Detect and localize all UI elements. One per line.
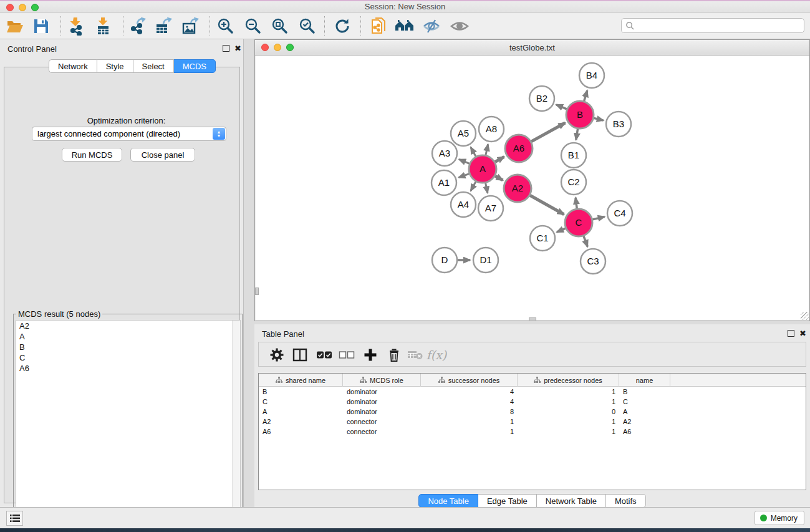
graph-node-A[interactable]: A: [469, 155, 496, 183]
close-panel-button[interactable]: Close panel: [130, 148, 195, 162]
table-row[interactable]: A6connector11A6: [259, 427, 806, 437]
table-row[interactable]: Cdominator41C: [259, 397, 806, 407]
edge-A-A5[interactable]: [471, 147, 476, 157]
delete-table-icon[interactable]: [405, 344, 426, 365]
mcds-result-item[interactable]: A: [16, 331, 240, 342]
table-row[interactable]: Adominator80A: [259, 407, 806, 417]
save-session-icon[interactable]: [30, 16, 52, 36]
graph-node-B1[interactable]: B1: [561, 143, 586, 168]
column-header-name[interactable]: name: [619, 374, 670, 387]
table-tab-edge-table[interactable]: Edge Table: [478, 494, 537, 508]
network-window-titlebar[interactable]: testGlobe.txt: [255, 40, 809, 56]
refresh-icon[interactable]: [331, 16, 354, 36]
delete-icon[interactable]: [383, 344, 405, 365]
gear-icon[interactable]: [266, 344, 287, 365]
mcds-result-item[interactable]: C: [16, 352, 240, 363]
column-header-predecessor-nodes[interactable]: predecessor nodes: [518, 374, 619, 387]
columns-icon[interactable]: [289, 344, 311, 365]
show-eye-icon[interactable]: [448, 16, 471, 36]
edge-A-A7[interactable]: [486, 183, 488, 193]
graph-node-A1[interactable]: A1: [432, 170, 456, 195]
export-table-icon[interactable]: [153, 16, 175, 36]
zoom-selected-icon[interactable]: [296, 16, 319, 36]
graph-node-A5[interactable]: A5: [451, 121, 476, 146]
zoom-out-icon[interactable]: [242, 16, 264, 36]
vertical-scrollbar-handle[interactable]: [255, 288, 259, 295]
zoom-in-icon[interactable]: [215, 16, 237, 36]
table-row[interactable]: Bdominator41B: [259, 387, 806, 397]
edge-B-B4[interactable]: [584, 90, 587, 101]
column-header-successor-nodes[interactable]: successor nodes: [421, 374, 518, 387]
graph-node-B4[interactable]: B4: [579, 63, 604, 88]
resize-grip[interactable]: [801, 312, 809, 320]
graph-node-C2[interactable]: C2: [561, 170, 586, 195]
graph-node-C4[interactable]: C4: [607, 201, 632, 226]
edge-C-C4[interactable]: [592, 217, 604, 220]
tab-select[interactable]: Select: [133, 59, 174, 73]
graph-node-A3[interactable]: A3: [432, 141, 457, 166]
network-document-icon[interactable]: [367, 16, 390, 36]
edge-C-C3[interactable]: [584, 236, 587, 247]
zoom-fit-icon[interactable]: [269, 16, 291, 36]
edge-A-A2[interactable]: [495, 176, 503, 180]
edge-A6-B[interactable]: [531, 123, 565, 142]
graph-node-D[interactable]: D: [432, 248, 457, 273]
search-input[interactable]: [634, 19, 804, 32]
edge-B-B2[interactable]: [556, 105, 567, 109]
table-tab-node-table[interactable]: Node Table: [418, 494, 478, 508]
graph-node-A6[interactable]: A6: [505, 135, 533, 162]
tab-network[interactable]: Network: [49, 59, 97, 73]
edge-A-A6[interactable]: [495, 157, 504, 162]
scrollbar-track[interactable]: [232, 321, 240, 525]
mcds-result-item[interactable]: A2: [16, 321, 240, 331]
graph-node-A8[interactable]: A8: [479, 117, 504, 142]
memory-button[interactable]: Memory: [755, 511, 804, 525]
task-history-icon[interactable]: [6, 511, 23, 526]
edge-A-A1[interactable]: [459, 174, 470, 178]
mcds-result-item[interactable]: A6: [16, 363, 240, 374]
deselect-checkbox-icon[interactable]: [336, 344, 357, 365]
graph-node-C3[interactable]: C3: [581, 249, 605, 274]
tab-style[interactable]: Style: [97, 59, 133, 73]
graph-node-B[interactable]: B: [566, 101, 594, 128]
table-tab-network-table[interactable]: Network Table: [537, 494, 606, 508]
graph-node-A4[interactable]: A4: [451, 192, 476, 217]
table-row[interactable]: A2connector11A2: [259, 417, 806, 427]
graph-node-B2[interactable]: B2: [529, 86, 554, 111]
optimization-criterion-select[interactable]: largest connected component (directed) ▲…: [32, 127, 226, 141]
network-canvas[interactable]: B4B2BB3A5A8A6B1A3AC2A1A2A4A7C4CC1C3DD1: [256, 56, 809, 320]
tab-mcds[interactable]: MCDS: [174, 59, 216, 73]
mcds-result-list[interactable]: A2ABCA6: [16, 320, 241, 526]
graph-node-A7[interactable]: A7: [478, 196, 503, 221]
hide-eye-icon[interactable]: [420, 16, 443, 36]
horizontal-scrollbar-handle[interactable]: [529, 317, 536, 321]
edge-B-B1[interactable]: [576, 129, 578, 140]
edge-A-A4[interactable]: [471, 181, 476, 191]
graph-node-C1[interactable]: C1: [530, 226, 555, 251]
graph-node-C[interactable]: C: [565, 209, 592, 236]
edge-A-A8[interactable]: [486, 144, 488, 155]
mcds-result-item[interactable]: B: [16, 342, 240, 352]
export-network-icon[interactable]: [127, 16, 149, 36]
home-views-icon[interactable]: [393, 16, 416, 36]
float-table-panel-icon[interactable]: [788, 330, 794, 337]
float-panel-icon[interactable]: [223, 45, 229, 52]
edge-A-A3[interactable]: [459, 159, 470, 163]
close-table-panel-icon[interactable]: ✖: [799, 330, 806, 337]
close-panel-icon[interactable]: ✖: [234, 45, 241, 52]
graph-node-A2[interactable]: A2: [504, 175, 531, 202]
edge-C-C1[interactable]: [557, 228, 566, 232]
select-all-checkbox-icon[interactable]: [314, 344, 335, 365]
edge-C-C2[interactable]: [576, 198, 577, 208]
open-file-icon[interactable]: [4, 16, 26, 36]
run-mcds-button[interactable]: Run MCDS: [62, 148, 122, 162]
import-table-icon[interactable]: [92, 16, 114, 36]
function-builder-icon[interactable]: f(x): [426, 344, 447, 365]
add-icon[interactable]: [360, 344, 381, 365]
column-header-mcds-role[interactable]: MCDS role: [343, 374, 421, 387]
table-tab-motifs[interactable]: Motifs: [606, 494, 646, 508]
graph-node-B3[interactable]: B3: [606, 112, 631, 137]
edge-B-B3[interactable]: [594, 118, 603, 120]
export-image-icon[interactable]: [180, 16, 202, 36]
edge-A2-C[interactable]: [530, 195, 564, 215]
